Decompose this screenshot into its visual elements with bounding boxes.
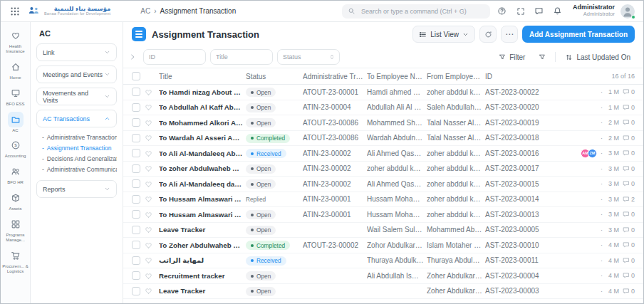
comment-button[interactable]: 0 <box>623 180 635 187</box>
sidebar-section-reports[interactable]: Reports <box>36 180 117 198</box>
sidebar-section-meetings-and-events[interactable]: Meetings and Events <box>36 65 117 83</box>
row-title[interactable]: To Abdullah Al Kaff About تمرين من دوره … <box>159 103 243 111</box>
saved-filter-button[interactable] <box>534 49 550 65</box>
breadcrumb-page[interactable]: Assignment Transaction <box>160 7 236 15</box>
assignee-avatar[interactable]: ZM <box>588 149 597 158</box>
comment-button[interactable]: 0 <box>623 165 635 172</box>
sort-selector[interactable]: Last Updated On <box>561 49 635 65</box>
comment-button[interactable]: 0 <box>623 288 635 295</box>
table-row[interactable]: To Mohammed Alkori About تكليف بالعمل Op… <box>123 115 643 131</box>
like-heart-icon[interactable] <box>145 195 156 203</box>
sidebar-toggle-icon[interactable] <box>126 51 139 63</box>
fullscreen-icon[interactable] <box>514 5 527 18</box>
comment-button[interactable]: 0 <box>623 272 635 279</box>
sidebar-section-movements-and-visits[interactable]: Movements and Visits <box>36 88 117 105</box>
row-title[interactable]: To Hussam Almaswari About تجربة الرماية … <box>159 211 243 219</box>
table-row[interactable]: To Ali Al-Mandaleeq About تمرين من دوره … <box>123 146 643 162</box>
search-input[interactable] <box>360 7 484 16</box>
row-title[interactable]: To Zoher Abdulwaheb About تجربة الاحداث <box>159 241 243 249</box>
like-heart-icon[interactable] <box>145 119 156 127</box>
table-row[interactable]: To Zoher Abdulwaheb About تجربة الاحداث … <box>123 238 643 253</box>
table-row[interactable]: To Wardah Al Asseri About لمهاية الراتب … <box>123 131 643 147</box>
user-avatar[interactable] <box>620 4 635 19</box>
sidebar-section-ac-transactions[interactable]: AC Transactions <box>36 110 117 127</box>
row-checkbox[interactable] <box>132 287 140 295</box>
row-title[interactable]: To Hamdi nizag About لمهاية الراتب روتك … <box>159 88 243 96</box>
global-search[interactable] <box>342 4 490 19</box>
user-menu[interactable]: Administrator Administrator <box>573 4 615 17</box>
row-title[interactable]: To Ali Al-Mandaleeq About تمرين من دوره … <box>159 150 243 157</box>
like-heart-icon[interactable] <box>145 164 156 172</box>
row-checkbox[interactable] <box>132 179 140 188</box>
like-heart-icon[interactable] <box>145 103 156 111</box>
row-checkbox[interactable] <box>132 134 140 142</box>
comment-button[interactable]: 0 <box>623 88 635 95</box>
row-title[interactable]: To Ali Al-Mandaleeq database About التدر… <box>159 180 243 188</box>
row-title[interactable]: To Mohammed Alkori About تكليف بالعمل <box>159 119 243 127</box>
comment-button[interactable]: 0 <box>623 119 635 126</box>
brand-logo[interactable]: مؤسسة بناء للتنمية Banaa Foundation for … <box>28 6 110 16</box>
filter-status-select[interactable]: Status <box>277 49 340 65</box>
comment-button[interactable]: 0 <box>623 135 635 142</box>
rail-item-bfo-ess[interactable]: BFO ESS <box>1 83 30 110</box>
filter-button[interactable]: Filter <box>494 49 529 65</box>
filter-id-input[interactable] <box>143 49 206 65</box>
row-checkbox[interactable] <box>132 164 140 173</box>
rail-item-procurement-logistics[interactable]: Procurem... & Logistics <box>1 246 30 277</box>
help-icon[interactable] <box>496 5 509 18</box>
apps-grid-icon[interactable] <box>8 4 22 19</box>
row-title[interactable]: To Hussam Almaswari About تجربة الرماية <box>159 195 243 203</box>
rail-item-home[interactable]: Home <box>1 57 30 83</box>
rail-item-accounting[interactable]: $ Accounting <box>1 135 30 162</box>
row-title[interactable]: Recruitment tracker <box>159 272 243 280</box>
row-checkbox[interactable] <box>132 210 140 219</box>
select-all-checkbox[interactable] <box>132 72 140 80</box>
row-checkbox[interactable] <box>132 241 140 249</box>
sidebar-item-decisions-and-generalizations[interactable]: - Decisions And Generalizations <box>42 153 117 164</box>
like-heart-icon[interactable] <box>145 211 156 219</box>
chat-icon[interactable] <box>533 5 546 18</box>
comment-button[interactable]: 0 <box>623 257 635 264</box>
like-heart-icon[interactable] <box>145 272 156 280</box>
row-title[interactable]: لمهاية الراتب <box>159 256 243 264</box>
like-heart-icon[interactable] <box>145 180 156 188</box>
row-checkbox[interactable] <box>132 195 140 204</box>
table-row[interactable]: لمهاية الراتب Received Thuraya Abdulkare… <box>123 253 643 269</box>
table-row[interactable]: Recruitment tracker Open Ali Abdullah Is… <box>123 268 643 284</box>
bell-icon[interactable] <box>551 5 564 18</box>
sidebar-item-assignment-transaction[interactable]: - Assignment Transaction <box>42 142 117 153</box>
row-title[interactable]: To Wardah Al Asseri About لمهاية الراتب … <box>159 134 243 142</box>
row-title[interactable]: To zoher Abdulwaheb About تمرين من دوره … <box>159 164 243 172</box>
row-title[interactable]: Leave Tracker <box>159 287 243 295</box>
table-row[interactable]: Leave Tracker Open Wail Salem Sulaiman A… <box>123 223 643 239</box>
table-row[interactable]: To Hussam Almaswari About تجربة الرماية … <box>123 207 643 223</box>
like-heart-icon[interactable] <box>145 150 156 157</box>
table-row[interactable]: Leave Tracker Open Zoher Abdulkareem Naj… <box>123 284 643 300</box>
like-heart-icon[interactable] <box>145 88 156 96</box>
sidebar-section-link[interactable]: Link <box>36 43 117 61</box>
like-heart-icon[interactable] <box>145 256 156 264</box>
rail-item-ac[interactable]: AC <box>1 110 30 136</box>
more-menu-button[interactable]: ⋯ <box>501 26 518 43</box>
table-row[interactable]: To Hamdi nizag About لمهاية الراتب روتك … <box>123 85 643 100</box>
comment-button[interactable]: 2 <box>623 196 635 203</box>
row-title[interactable]: Leave Tracker <box>159 226 243 234</box>
rail-item-programs-management[interactable]: Programs Manage... <box>1 214 30 246</box>
list-view-selector[interactable]: List View <box>412 26 475 43</box>
like-heart-icon[interactable] <box>145 226 156 234</box>
like-heart-icon[interactable] <box>145 287 156 295</box>
row-checkbox[interactable] <box>132 226 140 234</box>
comment-button[interactable]: 0 <box>623 211 635 218</box>
row-checkbox[interactable] <box>132 271 140 280</box>
add-assignment-transaction-button[interactable]: Add Assignment Transaction <box>522 26 635 43</box>
row-checkbox[interactable] <box>132 118 140 127</box>
table-row[interactable]: To zoher Abdulwaheb About تمرين من دوره … <box>123 162 643 177</box>
filter-title-input[interactable] <box>210 49 273 65</box>
row-checkbox[interactable] <box>132 149 140 157</box>
sidebar-item-administrative-transaction[interactable]: - Administrative Transaction <box>42 132 117 142</box>
comment-button[interactable]: 0 <box>623 241 635 248</box>
row-checkbox[interactable] <box>132 88 140 96</box>
table-row[interactable]: To Abdullah Al Kaff About تمرين من دوره … <box>123 100 643 116</box>
like-heart-icon[interactable] <box>145 134 156 142</box>
row-checkbox[interactable] <box>132 103 140 112</box>
